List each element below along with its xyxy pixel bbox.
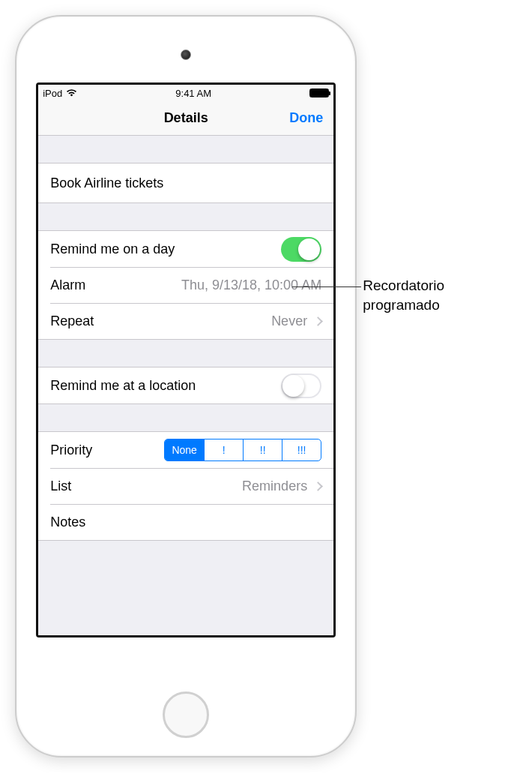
location-group: Remind me at a location (38, 367, 333, 404)
remind-at-location-toggle[interactable] (281, 374, 321, 398)
priority-segmented[interactable]: None ! !! !!! (164, 439, 321, 461)
battery-icon (309, 88, 329, 98)
status-device: iPod (43, 88, 62, 99)
title-group: Book Airline tickets (38, 163, 333, 203)
priority-row: Priority None ! !! !!! (38, 432, 333, 468)
priority-seg-high[interactable]: !!! (282, 440, 321, 460)
status-bar: iPod 9:41 AM (38, 85, 333, 101)
remind-on-day-row: Remind me on a day (38, 231, 333, 267)
priority-seg-low[interactable]: ! (204, 440, 243, 460)
wifi-icon (66, 88, 77, 98)
alarm-label: Alarm (50, 278, 181, 293)
meta-group: Priority None ! !! !!! List Reminders No… (38, 431, 333, 541)
status-time: 9:41 AM (175, 88, 211, 99)
callout-text: Recordatorio programado (363, 276, 517, 314)
alarm-row[interactable]: Alarm Thu, 9/13/18, 10:00 AM (38, 267, 333, 303)
screen: iPod 9:41 AM Details Done Book Airline t… (36, 82, 336, 638)
chevron-right-icon (313, 482, 323, 491)
notes-label: Notes (50, 514, 321, 530)
notes-row[interactable]: Notes (38, 504, 333, 540)
done-button[interactable]: Done (289, 110, 323, 126)
reminder-title-row[interactable]: Book Airline tickets (38, 164, 333, 202)
camera-dot (181, 50, 191, 60)
priority-seg-med[interactable]: !! (243, 440, 282, 460)
alarm-value: Thu, 9/13/18, 10:00 AM (181, 278, 321, 293)
callout: Recordatorio programado (363, 276, 517, 314)
remind-on-day-toggle[interactable] (281, 237, 321, 262)
remind-at-location-row: Remind me at a location (38, 368, 333, 404)
remind-at-location-label: Remind me at a location (50, 378, 281, 394)
content-scroll[interactable]: Book Airline tickets Remind me on a day … (38, 136, 333, 635)
repeat-row[interactable]: Repeat Never (38, 303, 333, 339)
list-label: List (50, 478, 242, 494)
remind-on-day-label: Remind me on a day (50, 242, 281, 257)
list-row[interactable]: List Reminders (38, 468, 333, 504)
device-frame: iPod 9:41 AM Details Done Book Airline t… (15, 15, 357, 758)
day-group: Remind me on a day Alarm Thu, 9/13/18, 1… (38, 230, 333, 340)
repeat-label: Repeat (50, 314, 271, 329)
priority-seg-none[interactable]: None (165, 440, 204, 460)
home-button[interactable] (163, 692, 209, 738)
chevron-right-icon (313, 316, 323, 326)
repeat-value: Never (271, 314, 307, 329)
callout-line (292, 286, 361, 287)
page-title: Details (164, 110, 208, 126)
priority-label: Priority (50, 442, 164, 458)
list-value: Reminders (242, 478, 307, 494)
nav-bar: Details Done (38, 101, 333, 136)
reminder-title: Book Airline tickets (50, 176, 163, 191)
